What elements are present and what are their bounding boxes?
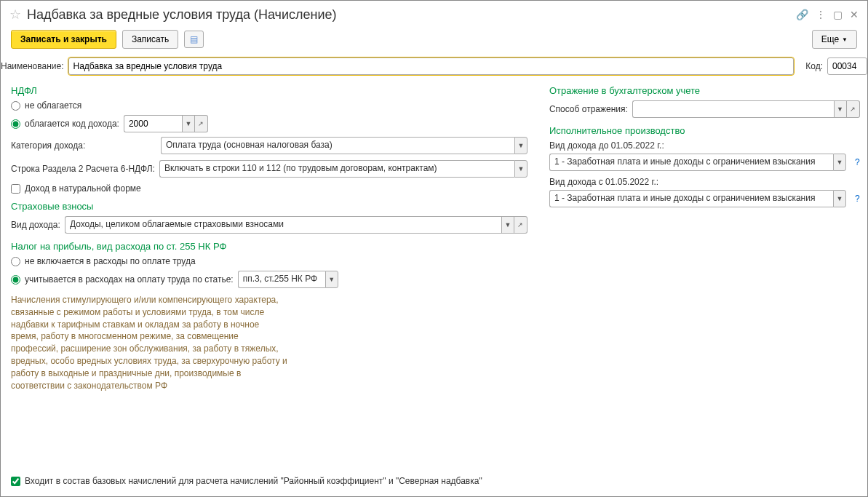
contrib-section-title: Страховые взносы	[11, 201, 527, 212]
document-icon: ▤	[190, 34, 198, 44]
base-accrual-checkbox[interactable]	[11, 477, 20, 486]
name-label: Наименование:	[1, 61, 64, 71]
income-category-dropdown-button[interactable]: ▼	[514, 137, 527, 154]
right-column: Отражение в бухгалтерском учете Способ о…	[542, 85, 860, 496]
contrib-kind-open-button[interactable]: ↗	[514, 216, 527, 234]
income-code-combo: ▼ ↗	[124, 115, 208, 132]
toolbar: Записать и закрыть Записать ▤ Еще ▼	[1, 25, 867, 57]
accounting-method-open-button[interactable]: ↗	[847, 100, 860, 118]
contrib-kind-label: Вид дохода:	[11, 220, 60, 230]
enforce-before-label: Вид дохода до 01.05.2022 г.:	[549, 140, 860, 151]
left-column: НДФЛ не облагается облагается код дохода…	[11, 85, 527, 496]
profit-tax-hint: Начисления стимулирующего и/или компенси…	[11, 294, 287, 391]
titlebar-controls: 🔗 ⋮ ▢ ✕	[796, 9, 859, 20]
profit-article-value[interactable]: пп.3, ст.255 НК РФ	[238, 271, 325, 288]
profit-tax-section-title: Налог на прибыль, вид расхода по ст. 255…	[11, 241, 527, 252]
ndfl-taxed-label: облагается код дохода:	[25, 119, 119, 129]
line6-label: Строка Раздела 2 Расчета 6-НДФЛ:	[11, 164, 155, 174]
enforce-after-combo: 1 - Заработная плата и иные доходы с огр…	[549, 190, 846, 207]
profit-article-dropdown-button[interactable]: ▼	[325, 271, 338, 288]
contrib-kind-dropdown-button[interactable]: ▼	[501, 216, 514, 234]
profit-exclude-radio[interactable]	[11, 257, 20, 266]
contrib-kind-value[interactable]: Доходы, целиком облагаемые страховыми вз…	[65, 216, 501, 234]
name-input[interactable]	[68, 57, 795, 75]
enforce-after-row: 1 - Заработная плата и иные доходы с огр…	[549, 190, 860, 207]
ndfl-exempt-row: не облагается	[11, 100, 527, 111]
income-code-input[interactable]	[124, 115, 182, 132]
save-button[interactable]: Записать	[122, 30, 178, 49]
line6-combo: Включать в строки 110 и 112 (по трудовым…	[159, 160, 527, 178]
code-input[interactable]	[827, 57, 867, 75]
profit-include-row: учитывается в расходах на оплату труда п…	[11, 271, 527, 288]
accounting-method-value[interactable]	[632, 100, 834, 118]
ndfl-taxed-row: облагается код дохода: ▼ ↗	[11, 115, 527, 132]
titlebar: ☆ Надбавка за вредные условия труда (Нач…	[1, 1, 867, 25]
enforce-after-label: Вид дохода с 01.05.2022 г.:	[549, 177, 860, 187]
ndfl-taxed-radio[interactable]	[11, 119, 20, 129]
natural-form-checkbox[interactable]	[11, 184, 20, 194]
ndfl-exempt-radio[interactable]	[11, 101, 20, 111]
enforce-before-row: 1 - Заработная плата и иные доходы с огр…	[549, 154, 860, 171]
link-icon[interactable]: 🔗	[796, 9, 808, 20]
accounting-section-title: Отражение в бухгалтерском учете	[549, 85, 860, 96]
more-menu-button[interactable]: Еще ▼	[812, 30, 857, 49]
enforce-after-dropdown-button[interactable]: ▼	[833, 190, 846, 207]
enforce-before-value[interactable]: 1 - Заработная плата и иные доходы с огр…	[549, 154, 833, 171]
report-button[interactable]: ▤	[184, 31, 204, 48]
enforce-after-value[interactable]: 1 - Заработная плата и иные доходы с огр…	[549, 190, 833, 207]
name-code-row: Наименование: Код:	[1, 57, 867, 75]
chevron-down-icon: ▼	[842, 36, 848, 43]
income-category-value[interactable]: Оплата труда (основная налоговая база)	[161, 137, 514, 154]
enforce-before-combo: 1 - Заработная плата и иные доходы с огр…	[549, 154, 846, 171]
enforce-before-dropdown-button[interactable]: ▼	[833, 154, 846, 171]
footer-base-check-row: Входит в состав базовых начислений для р…	[11, 476, 482, 486]
maximize-icon[interactable]: ▢	[833, 9, 843, 20]
favorite-star-icon[interactable]: ☆	[9, 7, 21, 23]
line6-row: Строка Раздела 2 Расчета 6-НДФЛ: Включат…	[11, 160, 527, 178]
natural-form-label: Доход в натуральной форме	[25, 183, 141, 194]
page-title: Надбавка за вредные условия труда (Начис…	[27, 7, 790, 23]
save-and-close-button[interactable]: Записать и закрыть	[11, 30, 116, 49]
profit-exclude-label: не включается в расходы по оплате труда	[25, 256, 196, 266]
contrib-kind-row: Вид дохода: Доходы, целиком облагаемые с…	[11, 216, 527, 234]
income-category-label: Категория дохода:	[11, 140, 156, 151]
profit-article-combo: пп.3, ст.255 НК РФ ▼	[238, 271, 338, 288]
profit-include-radio[interactable]	[11, 275, 20, 285]
content-area: НДФЛ не облагается облагается код дохода…	[1, 85, 867, 496]
base-accrual-label: Входит в состав базовых начислений для р…	[25, 476, 482, 486]
accounting-method-dropdown-button[interactable]: ▼	[834, 100, 847, 118]
accounting-method-row: Способ отражения: ▼ ↗	[549, 100, 860, 118]
line6-dropdown-button[interactable]: ▼	[514, 160, 527, 178]
income-code-open-button[interactable]: ↗	[195, 115, 208, 132]
enforce-section-title: Исполнительное производство	[549, 125, 860, 136]
income-category-combo: Оплата труда (основная налоговая база) ▼	[161, 137, 527, 154]
code-label: Код:	[805, 61, 823, 71]
ndfl-exempt-label: не облагается	[25, 100, 81, 111]
accounting-method-label: Способ отражения:	[549, 104, 628, 114]
profit-include-label: учитывается в расходах на оплату труда п…	[25, 274, 234, 285]
kebab-menu-icon[interactable]: ⋮	[816, 9, 826, 20]
profit-exclude-row: не включается в расходы по оплате труда	[11, 256, 527, 266]
line6-value[interactable]: Включать в строки 110 и 112 (по трудовым…	[159, 160, 514, 178]
accounting-method-combo: ▼ ↗	[632, 100, 860, 118]
contrib-kind-combo: Доходы, целиком облагаемые страховыми вз…	[65, 216, 527, 234]
ndfl-section-title: НДФЛ	[11, 85, 527, 96]
enforce-after-help-icon[interactable]: ?	[855, 194, 860, 204]
income-category-row: Категория дохода: Оплата труда (основная…	[11, 137, 527, 154]
enforce-before-help-icon[interactable]: ?	[855, 157, 860, 167]
natural-form-row: Доход в натуральной форме	[11, 183, 527, 194]
close-icon[interactable]: ✕	[850, 9, 859, 20]
accrual-form-window: ☆ Надбавка за вредные условия труда (Нач…	[0, 0, 868, 497]
income-code-dropdown-button[interactable]: ▼	[182, 115, 195, 132]
